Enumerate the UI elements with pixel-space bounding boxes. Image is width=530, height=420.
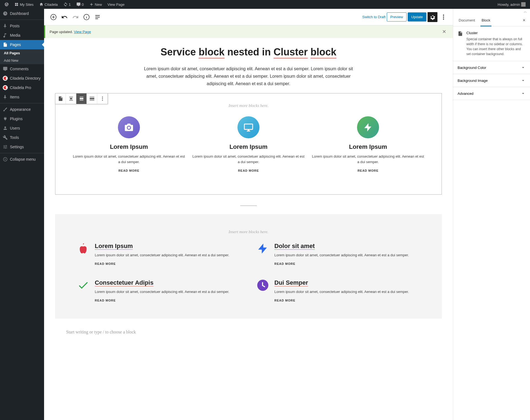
service-desc[interactable]: Lorem ipsum dolor sit amet, consectetuer… (274, 252, 409, 258)
align-none-button[interactable] (66, 93, 76, 104)
switch-to-draft[interactable]: Switch to Draft (362, 15, 386, 19)
read-more-link[interactable]: READ MORE (274, 262, 409, 265)
howdy-label: Howdy, admin (498, 2, 520, 7)
service-title[interactable]: Lorem Ipsum (72, 143, 186, 150)
howdy-user[interactable]: Howdy, admin (496, 0, 528, 9)
insert-hint[interactable]: Insert more blocks here. (61, 103, 436, 108)
menu-dashboard-label: Dashboard (10, 11, 29, 16)
service-desc[interactable]: Lorem ipsum dolor sit amet, consectetuer… (311, 154, 425, 165)
service-title[interactable]: Lorem Ipsum (311, 143, 425, 150)
outline-button[interactable] (93, 12, 102, 22)
section-advanced[interactable]: Advanced (453, 87, 530, 100)
align-none-icon (68, 96, 74, 101)
menu-tools[interactable]: Tools (0, 133, 44, 142)
menu-pages[interactable]: Pages (0, 40, 44, 49)
menu-dashboard[interactable]: Dashboard (0, 9, 44, 18)
comments-count[interactable]: 0 (74, 0, 86, 9)
service-desc[interactable]: Lorem ipsum dolor sit amet, consectetuer… (191, 154, 305, 165)
service-item[interactable]: Lorem Ipsum Lorem ipsum dolor sit amet, … (77, 243, 240, 265)
submenu-all-pages[interactable]: All Pages (0, 49, 44, 57)
page-intro[interactable]: Lorem ipsum dolor sit amet, consectetuer… (141, 65, 356, 88)
cluster-block-2[interactable]: Insert more blocks here. Lorem Ipsum Lor… (55, 214, 442, 319)
settings-panel: ︿ Document Block ✕ Cluster Special conta… (453, 9, 530, 420)
menu-pages-label: Pages (10, 42, 21, 47)
menu-comments[interactable]: Comments (0, 64, 44, 74)
section-bg-color[interactable]: Background Color (453, 61, 530, 74)
editor-toolbar: Switch to Draft Preview Update (44, 9, 453, 25)
menu-items[interactable]: Items (0, 92, 44, 102)
preview-button[interactable]: Preview (387, 12, 407, 21)
service-item[interactable]: Lorem Ipsum Lorem ipsum dolor sit amet, … (72, 116, 186, 173)
page-title[interactable]: Service block nested in Cluster block (55, 46, 442, 58)
align-full-button[interactable] (87, 93, 97, 104)
service-item[interactable]: Lorem Ipsum Lorem ipsum dolor sit amet, … (311, 116, 425, 173)
avatar (521, 2, 526, 7)
service-title[interactable]: Dolor sit amet (274, 243, 409, 250)
default-block-placeholder[interactable]: Start writing or type / to choose a bloc… (55, 330, 442, 335)
my-sites[interactable]: My Sites (12, 0, 36, 9)
service-desc[interactable]: Lorem ipsum dolor sit amet, consectetuer… (72, 154, 186, 165)
menu-collapse[interactable]: Collapse menu (0, 155, 44, 164)
menu-posts[interactable]: Posts (0, 21, 44, 31)
info-button[interactable] (82, 12, 91, 22)
menu-users[interactable]: Users (0, 123, 44, 133)
service-item[interactable]: Lorem Ipsum Lorem ipsum dolor sit amet, … (191, 116, 305, 173)
read-more-link[interactable]: READ MORE (95, 262, 229, 265)
collapse-icon (3, 157, 8, 162)
service-title[interactable]: Consectetuer Adipis (95, 279, 229, 286)
menu-appearance[interactable]: Appearance (0, 105, 44, 114)
pin-icon (3, 23, 8, 28)
service-title[interactable]: Dui Semper (274, 279, 409, 286)
new-content[interactable]: New (87, 0, 104, 9)
service-title[interactable]: Lorem Ipsum (191, 143, 305, 150)
updates[interactable]: 1 (61, 0, 73, 9)
menu-media[interactable]: Media (0, 31, 44, 40)
close-panel[interactable]: ✕ (523, 14, 526, 26)
service-item[interactable]: Dui Semper Lorem ipsum dolor sit amet, c… (257, 279, 420, 302)
read-more-link[interactable]: READ MORE (311, 169, 425, 172)
service-item[interactable]: Consectetuer Adipis Lorem ipsum dolor si… (77, 279, 240, 302)
service-desc[interactable]: Lorem ipsum dolor sit amet, consectetuer… (95, 252, 229, 258)
settings-button[interactable] (428, 12, 437, 22)
cluster-block[interactable]: Insert more blocks here. Lorem Ipsum Lor… (55, 93, 442, 195)
undo-button[interactable] (60, 12, 69, 22)
menu-citadela-pro[interactable]: Citadela Pro (0, 83, 44, 92)
service-title[interactable]: Lorem Ipsum (95, 243, 229, 250)
view-page-link[interactable]: View Page (105, 0, 127, 9)
tab-document[interactable]: Document (458, 14, 476, 26)
site-name-label: Citadela (45, 2, 58, 7)
submenu-add-new[interactable]: Add New (0, 57, 44, 64)
block-more-button[interactable] (97, 93, 108, 104)
read-more-link[interactable]: READ MORE (274, 299, 409, 302)
menu-plugins[interactable]: Plugins (0, 114, 44, 123)
refresh-icon (63, 2, 68, 7)
section-bg-image[interactable]: Background Image (453, 74, 530, 87)
insert-hint[interactable]: Insert more blocks here. (77, 230, 420, 234)
read-more-link[interactable]: READ MORE (95, 299, 229, 302)
block-icon-button[interactable] (55, 93, 66, 104)
menu-media-label: Media (10, 33, 20, 37)
read-more-link[interactable]: READ MORE (191, 169, 305, 172)
citadela-icon (3, 76, 8, 81)
menu-citadela-directory[interactable]: Citadela Directory (0, 74, 44, 83)
file-icon (58, 96, 63, 101)
service-desc[interactable]: Lorem ipsum dolor sit amet, consectetuer… (274, 289, 409, 295)
collapse-panel[interactable]: ︿ (524, 9, 527, 14)
menu-settings[interactable]: Settings (0, 142, 44, 152)
align-wide-button[interactable] (76, 93, 87, 104)
wp-logo[interactable] (2, 0, 11, 9)
site-name[interactable]: Citadela (37, 0, 60, 9)
update-button[interactable]: Update (408, 12, 426, 21)
editor-content[interactable]: Service block nested in Cluster block Lo… (44, 38, 453, 343)
more-button[interactable] (439, 12, 448, 22)
separator[interactable] (240, 206, 257, 206)
add-block-button[interactable] (48, 12, 58, 22)
service-desc[interactable]: Lorem ipsum dolor sit amet, consectetuer… (95, 289, 229, 295)
tab-block[interactable]: Block (480, 14, 491, 26)
comments-count-label: 0 (82, 2, 84, 7)
notice-close[interactable]: ✕ (440, 29, 448, 35)
service-item[interactable]: Dolor sit amet Lorem ipsum dolor sit ame… (257, 243, 420, 265)
notice-view-link[interactable]: View Page (74, 30, 91, 34)
read-more-link[interactable]: READ MORE (72, 169, 186, 172)
redo-button[interactable] (71, 12, 80, 22)
